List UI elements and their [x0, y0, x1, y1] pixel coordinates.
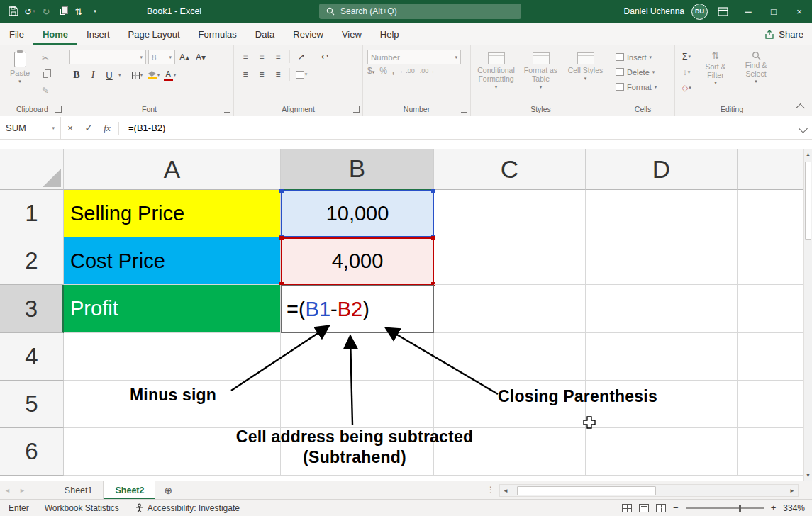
- scroll-right-icon[interactable]: ►: [786, 488, 798, 494]
- enter-entry-button[interactable]: ✓: [79, 117, 98, 139]
- zoom-slider-thumb[interactable]: [739, 505, 741, 512]
- bold-button[interactable]: B: [69, 68, 84, 82]
- number-format-combo[interactable]: Number▾: [367, 50, 461, 64]
- column-header-e[interactable]: [738, 149, 803, 190]
- cancel-entry-button[interactable]: ×: [61, 117, 79, 139]
- scroll-left-icon[interactable]: ◄: [500, 488, 511, 494]
- search-input[interactable]: Search (Alt+Q): [319, 4, 521, 19]
- orientation-button[interactable]: ↗: [294, 50, 308, 64]
- zoom-level[interactable]: 334%: [783, 503, 805, 513]
- comma-style-button[interactable]: ,: [392, 66, 394, 76]
- save-button[interactable]: [6, 3, 21, 20]
- percent-style-button[interactable]: %: [379, 66, 387, 76]
- next-sheet-button[interactable]: ►: [15, 487, 30, 494]
- format-as-table-button[interactable]: Format as Table ▾: [520, 50, 562, 90]
- find-select-button[interactable]: Find & Select ▾: [738, 50, 774, 95]
- center-button[interactable]: ≡: [255, 67, 269, 82]
- cell-e4[interactable]: [738, 333, 803, 381]
- column-header-b[interactable]: B: [281, 149, 434, 190]
- align-right-button[interactable]: ≡: [271, 67, 285, 82]
- new-sheet-button[interactable]: ⊕: [164, 485, 172, 496]
- cell-e5[interactable]: [738, 381, 803, 428]
- formula-input[interactable]: =(B1-B2): [128, 123, 165, 133]
- scroll-down-icon[interactable]: ▼: [804, 470, 812, 481]
- middle-align-button[interactable]: ≡: [255, 50, 269, 64]
- cell-a2[interactable]: Cost Price: [64, 237, 281, 285]
- bottom-align-button[interactable]: ≡: [271, 50, 285, 64]
- increase-font-size-button[interactable]: A▴: [177, 50, 191, 64]
- accounting-format-button[interactable]: $▾: [367, 66, 374, 76]
- row-header-5[interactable]: 5: [0, 381, 64, 428]
- cell-b4[interactable]: [281, 333, 434, 381]
- cell-d4[interactable]: [586, 333, 738, 381]
- cell-c2[interactable]: [434, 237, 586, 285]
- format-painter-button[interactable]: ✎: [38, 84, 52, 98]
- cell-e2[interactable]: [738, 237, 803, 285]
- column-header-d[interactable]: D: [586, 149, 738, 190]
- cell-styles-button[interactable]: Cell Styles ▾: [564, 50, 606, 90]
- vertical-scrollbar[interactable]: ▲ ▼: [803, 149, 812, 481]
- sort-filter-button[interactable]: ⇅ Sort & Filter ▾: [697, 50, 734, 95]
- format-cells-button[interactable]: Format▾: [616, 79, 670, 94]
- insert-cells-button[interactable]: Insert▾: [616, 50, 670, 64]
- tab-insert[interactable]: Insert: [77, 23, 119, 45]
- cell-b5[interactable]: [281, 381, 434, 428]
- delete-cells-button[interactable]: Delete▾: [616, 64, 670, 79]
- select-all-corner[interactable]: [0, 149, 64, 190]
- copy-button[interactable]: [38, 67, 52, 82]
- zoom-out-button[interactable]: −: [673, 503, 679, 513]
- tab-view[interactable]: View: [333, 23, 371, 45]
- collapse-ribbon-button[interactable]: [796, 103, 805, 113]
- name-box[interactable]: SUM ▾: [0, 117, 61, 139]
- italic-button[interactable]: I: [86, 68, 100, 82]
- cell-d3[interactable]: [586, 285, 738, 333]
- expand-formula-bar-icon[interactable]: [799, 124, 808, 133]
- sheet-tab-sheet1[interactable]: Sheet1: [54, 481, 104, 499]
- minimize-button[interactable]: ─: [735, 0, 761, 23]
- dialog-launcher-icon[interactable]: [461, 106, 467, 113]
- cell-d6[interactable]: [586, 428, 738, 476]
- row-header-4[interactable]: 4: [0, 333, 64, 381]
- dialog-launcher-icon[interactable]: [224, 106, 230, 113]
- conditional-formatting-button[interactable]: Conditional Formatting ▾: [475, 50, 517, 90]
- decrease-font-size-button[interactable]: A▾: [194, 50, 208, 64]
- top-align-button[interactable]: ≡: [238, 50, 252, 64]
- merge-center-button[interactable]: ▾: [294, 67, 308, 82]
- zoom-in-button[interactable]: +: [771, 503, 777, 513]
- tab-file[interactable]: File: [0, 23, 33, 45]
- horizontal-scrollbar[interactable]: ◄ ►: [499, 484, 799, 497]
- decrease-decimal-button[interactable]: .00→: [420, 67, 435, 74]
- tab-help[interactable]: Help: [371, 23, 408, 45]
- align-left-button[interactable]: ≡: [238, 67, 252, 82]
- fill-button[interactable]: ↓▾: [679, 65, 694, 79]
- column-header-a[interactable]: A: [64, 149, 281, 190]
- row-header-3[interactable]: 3: [0, 285, 64, 333]
- cell-c3[interactable]: [434, 285, 586, 333]
- tab-data[interactable]: Data: [246, 23, 284, 45]
- page-layout-view-button[interactable]: [639, 504, 649, 512]
- autosum-button[interactable]: Σ▾: [679, 50, 694, 64]
- cell-e1[interactable]: [738, 190, 803, 237]
- cell-c1[interactable]: [434, 190, 586, 237]
- ribbon-display-options-button[interactable]: [718, 7, 728, 16]
- page-break-preview-button[interactable]: [656, 504, 666, 512]
- tab-page-layout[interactable]: Page Layout: [119, 23, 189, 45]
- sort-ascending-button[interactable]: ⇅: [71, 3, 87, 20]
- cell-a1[interactable]: Selling Price: [64, 190, 281, 237]
- close-button[interactable]: ×: [786, 0, 812, 23]
- cell-e6[interactable]: [738, 428, 803, 476]
- row-header-2[interactable]: 2: [0, 237, 64, 285]
- underline-button[interactable]: U: [102, 68, 116, 82]
- cell-e3[interactable]: [738, 285, 803, 333]
- clear-button[interactable]: ◇▾: [679, 81, 694, 95]
- borders-button[interactable]: ▾: [130, 68, 145, 82]
- dialog-launcher-icon[interactable]: [55, 106, 62, 113]
- tab-formulas[interactable]: Formulas: [189, 23, 246, 45]
- vertical-scrollbar-thumb[interactable]: [805, 162, 811, 240]
- horizontal-scrollbar-thumb[interactable]: [517, 486, 656, 495]
- normal-view-button[interactable]: [622, 504, 632, 512]
- cut-button[interactable]: ✂: [38, 51, 52, 65]
- zoom-slider[interactable]: [686, 507, 764, 509]
- accessibility-checker-button[interactable]: Accessibility: Investigate: [135, 503, 240, 513]
- tab-scrollbar-splitter[interactable]: ⋮: [486, 485, 495, 495]
